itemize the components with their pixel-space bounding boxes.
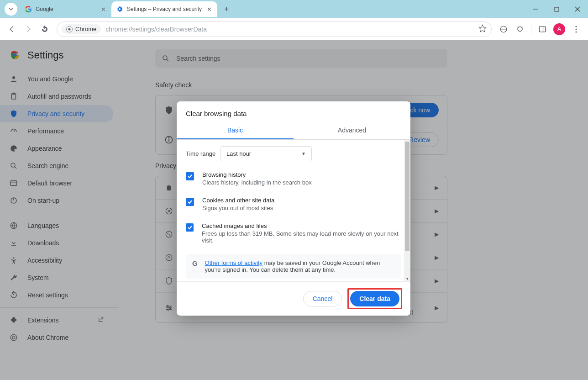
back-button[interactable] <box>5 22 19 37</box>
cancel-button[interactable]: Cancel <box>303 291 342 306</box>
time-range-select[interactable]: Last hour ▼ <box>220 146 312 161</box>
maximize-button[interactable] <box>546 0 567 18</box>
side-panel-icon[interactable] <box>535 22 550 37</box>
url-text: chrome://settings/clearBrowserData <box>105 26 207 33</box>
svg-rect-1 <box>555 7 559 11</box>
clear-data-button[interactable]: Clear data <box>350 291 399 306</box>
tab-title: Settings – Privacy and security <box>127 6 202 12</box>
clear-browsing-data-dialog: Clear browsing data Basic Advanced ▾ Tim… <box>177 101 410 316</box>
tab-google[interactable]: Google ✕ <box>20 1 111 17</box>
extension-icon[interactable] <box>496 22 511 37</box>
tab-advanced[interactable]: Advanced <box>294 122 410 139</box>
new-tab-button[interactable]: + <box>220 3 233 16</box>
extensions-puzzle-icon[interactable] <box>513 22 527 37</box>
dialog-tabs: Basic Advanced <box>177 122 410 140</box>
tab-settings[interactable]: Settings – Privacy and security ✕ <box>111 1 217 17</box>
checkbox-checked-icon[interactable] <box>186 198 194 206</box>
svg-point-5 <box>68 28 70 30</box>
dialog-body: ▾ Time range Last hour ▼ Browsing histor… <box>177 140 410 281</box>
chrome-chip: Chrome <box>62 24 101 34</box>
tab-title: Google <box>36 6 96 12</box>
close-icon[interactable]: ✕ <box>100 5 107 13</box>
forward-button[interactable] <box>21 22 36 37</box>
close-window-button[interactable] <box>567 0 588 18</box>
other-forms-link[interactable]: Other forms of activity <box>205 259 262 266</box>
kebab-menu-icon[interactable] <box>569 22 583 37</box>
dialog-actions: Cancel Clear data <box>177 281 410 316</box>
address-bar[interactable]: Chrome chrome://settings/clearBrowserDat… <box>57 21 492 37</box>
checkbox-checked-icon[interactable] <box>186 223 194 232</box>
svg-rect-7 <box>539 26 546 32</box>
chrome-chip-label: Chrome <box>75 26 96 32</box>
toolbar-divider <box>531 25 531 34</box>
clear-data-highlight: Clear data <box>347 288 402 309</box>
chevron-down-icon: ▼ <box>301 151 306 156</box>
check-cookies[interactable]: Cookies and other site dataSigns you out… <box>186 193 401 219</box>
dialog-scrollbar[interactable]: ▾ <box>404 140 410 281</box>
svg-point-11 <box>575 31 577 32</box>
reload-button[interactable] <box>37 22 52 37</box>
check-browsing-history[interactable]: Browsing historyClears history, includin… <box>186 168 401 193</box>
check-cached[interactable]: Cached images and filesFrees up less tha… <box>186 219 401 251</box>
minimize-button[interactable] <box>525 0 546 18</box>
settings-favicon <box>116 5 123 13</box>
checkbox-checked-icon[interactable] <box>186 172 194 180</box>
google-favicon <box>25 5 32 13</box>
time-range-label: Time range <box>186 150 220 157</box>
tab-basic[interactable]: Basic <box>177 122 294 139</box>
bookmark-star-icon[interactable] <box>478 24 487 34</box>
tab-strip: Google ✕ Settings – Privacy and security… <box>0 0 588 18</box>
svg-point-9 <box>575 26 577 27</box>
svg-point-10 <box>575 28 577 30</box>
browser-toolbar: Chrome chrome://settings/clearBrowserDat… <box>0 18 588 40</box>
google-g-icon: G <box>192 259 199 273</box>
dialog-title: Clear browsing data <box>177 101 410 122</box>
tab-search-button[interactable] <box>5 3 17 16</box>
profile-avatar[interactable]: A <box>553 23 565 35</box>
close-icon[interactable]: ✕ <box>205 5 213 13</box>
other-activity-info: G Other forms of activity may be saved i… <box>186 254 401 279</box>
